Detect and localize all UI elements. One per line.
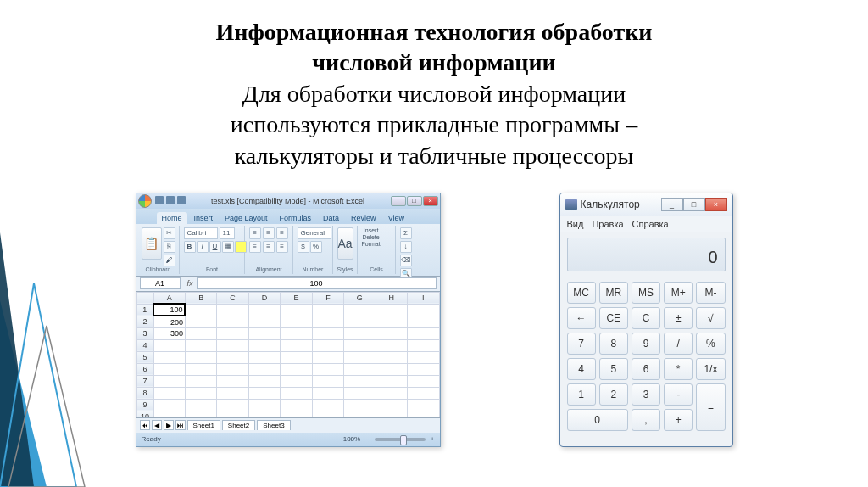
col-header[interactable]: E — [281, 292, 312, 304]
calc-key-decimal[interactable]: , — [632, 409, 660, 431]
row-header[interactable]: 10 — [136, 411, 153, 417]
calc-key-9[interactable]: 9 — [632, 333, 660, 355]
row-header[interactable]: 2 — [136, 316, 153, 327]
row-header[interactable]: 9 — [136, 399, 153, 411]
currency-icon[interactable]: $ — [298, 241, 309, 253]
paste-button[interactable]: 📋 — [142, 227, 162, 260]
calc-maximize-button[interactable]: □ — [683, 198, 705, 211]
copy-icon[interactable]: ⎘ — [164, 241, 175, 253]
percent-icon[interactable]: % — [310, 241, 322, 253]
spreadsheet-grid[interactable]: A B C D E F G H I 1100 2200 3300 4 5 — [136, 292, 440, 417]
border-button[interactable]: ▦ — [222, 241, 234, 253]
italic-button[interactable]: I — [197, 241, 209, 253]
calc-key-equals[interactable]: = — [696, 383, 725, 431]
font-size-combo[interactable]: 11 — [220, 227, 235, 239]
select-all-corner[interactable] — [136, 292, 153, 304]
calc-key-2[interactable]: 2 — [599, 383, 628, 406]
col-header[interactable]: D — [248, 292, 280, 304]
row-header[interactable]: 7 — [136, 375, 153, 387]
format-painter-icon[interactable]: 🖌 — [164, 255, 175, 266]
calc-key-0[interactable]: 0 — [567, 409, 628, 431]
cells-insert-label[interactable]: Insert — [362, 227, 381, 233]
calc-key-minus[interactable]: - — [664, 383, 693, 406]
row-header[interactable]: 3 — [136, 327, 153, 339]
tab-data[interactable]: Data — [318, 212, 344, 224]
cell[interactable]: 200 — [153, 316, 185, 327]
tab-insert[interactable]: Insert — [189, 212, 219, 224]
sheet-tab[interactable]: Sheet1 — [187, 420, 220, 430]
calc-menu-edit[interactable]: Правка — [592, 219, 623, 229]
align-top-icon[interactable]: ≡ — [249, 227, 261, 239]
sheet-nav-last-icon[interactable]: ⏭ — [175, 420, 186, 430]
row-header[interactable]: 8 — [136, 387, 153, 399]
maximize-button[interactable]: □ — [407, 196, 422, 206]
calc-key-divide[interactable]: / — [664, 333, 693, 355]
tab-view[interactable]: View — [383, 212, 409, 224]
calc-close-button[interactable]: × — [705, 198, 727, 211]
align-center-icon[interactable]: ≡ — [263, 241, 275, 253]
calc-key-ms[interactable]: MS — [632, 282, 660, 304]
fill-icon[interactable]: ↓ — [400, 241, 412, 253]
calc-key-4[interactable]: 4 — [567, 358, 596, 380]
align-bot-icon[interactable]: ≡ — [276, 227, 288, 239]
calc-key-mplus[interactable]: M+ — [664, 282, 693, 304]
cell[interactable]: 300 — [153, 327, 185, 339]
calc-key-percent[interactable]: % — [696, 333, 725, 355]
align-left-icon[interactable]: ≡ — [249, 241, 261, 253]
calc-menu-help[interactable]: Справка — [632, 219, 669, 229]
sheet-nav-next-icon[interactable]: ▶ — [164, 420, 174, 430]
col-header[interactable]: C — [217, 292, 248, 304]
calc-key-multiply[interactable]: * — [664, 358, 693, 380]
close-button[interactable]: × — [423, 196, 438, 206]
cell[interactable]: 100 — [153, 304, 185, 316]
cells-format-label[interactable]: Format — [362, 241, 381, 247]
row-header[interactable]: 1 — [136, 304, 153, 316]
fill-color-button[interactable] — [235, 241, 247, 253]
row-header[interactable]: 6 — [136, 363, 153, 375]
undo-icon[interactable] — [166, 196, 175, 204]
calc-minimize-button[interactable]: _ — [661, 198, 683, 211]
styles-button[interactable]: Aa — [337, 227, 353, 260]
tab-formulas[interactable]: Formulas — [275, 212, 317, 224]
calc-key-6[interactable]: 6 — [632, 358, 660, 380]
calc-key-1[interactable]: 1 — [567, 383, 596, 406]
zoom-slider[interactable] — [375, 438, 426, 441]
col-header[interactable]: G — [344, 292, 376, 304]
clear-icon[interactable]: ⌫ — [400, 255, 412, 266]
calc-key-backspace[interactable]: ← — [567, 307, 596, 329]
number-format-combo[interactable]: General — [298, 227, 331, 239]
zoom-out-button[interactable]: − — [365, 435, 370, 443]
tab-home[interactable]: Home — [157, 212, 187, 224]
autosum-icon[interactable]: Σ — [400, 227, 412, 239]
col-header[interactable]: I — [408, 292, 440, 304]
calc-key-5[interactable]: 5 — [599, 358, 628, 380]
calc-menu-view[interactable]: Вид — [567, 219, 584, 229]
calc-key-negate[interactable]: ± — [664, 307, 693, 329]
save-icon[interactable] — [155, 196, 164, 204]
minimize-button[interactable]: _ — [391, 196, 406, 206]
cut-icon[interactable]: ✂ — [164, 227, 175, 239]
col-header[interactable]: A — [153, 292, 185, 304]
row-header[interactable]: 5 — [136, 351, 153, 363]
calc-key-plus[interactable]: + — [664, 409, 693, 431]
office-button[interactable] — [138, 194, 152, 208]
align-mid-icon[interactable]: ≡ — [263, 227, 275, 239]
fx-label[interactable]: fx — [187, 279, 193, 288]
calc-key-mc[interactable]: MC — [567, 282, 596, 304]
underline-button[interactable]: U — [209, 241, 221, 253]
row-header[interactable]: 4 — [136, 339, 153, 351]
calc-key-sqrt[interactable]: √ — [696, 307, 725, 329]
sheet-nav-prev-icon[interactable]: ◀ — [152, 420, 162, 430]
col-header[interactable]: B — [185, 292, 216, 304]
tab-review[interactable]: Review — [346, 212, 381, 224]
calc-key-mminus[interactable]: M- — [696, 282, 725, 304]
tab-page-layout[interactable]: Page Layout — [220, 212, 273, 224]
name-box[interactable]: A1 — [140, 277, 181, 289]
align-right-icon[interactable]: ≡ — [276, 241, 288, 253]
calc-key-c[interactable]: C — [632, 307, 660, 329]
col-header[interactable]: H — [376, 292, 407, 304]
calc-key-8[interactable]: 8 — [599, 333, 628, 355]
col-header[interactable]: F — [312, 292, 343, 304]
sheet-tab[interactable]: Sheet3 — [257, 420, 290, 430]
redo-icon[interactable] — [177, 196, 186, 204]
